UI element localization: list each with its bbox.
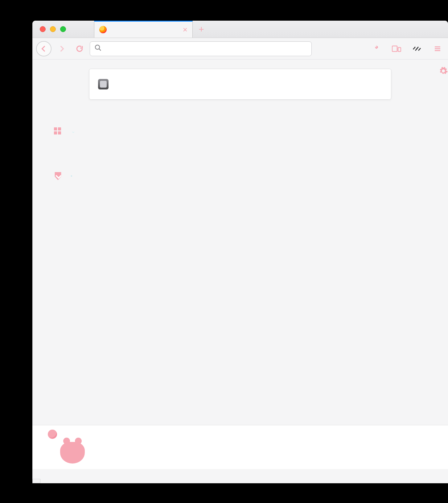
new-tab-button[interactable]: +: [193, 21, 210, 38]
zoom-window-button[interactable]: [60, 26, 66, 32]
responsive-design-icon[interactable]: [392, 45, 401, 52]
forward-button[interactable]: [54, 41, 69, 56]
firefox-icon: [99, 26, 107, 33]
firefox-icon: [48, 430, 57, 439]
app-menu-button[interactable]: [434, 45, 441, 52]
extension-icon[interactable]: [412, 45, 423, 52]
chevron-down-icon: ⌄: [71, 128, 76, 134]
titlebar: × +: [32, 21, 448, 38]
separator-dot: •: [71, 173, 72, 179]
tab-new-tab[interactable]: ×: [94, 21, 193, 38]
pocket-section: •: [32, 141, 448, 188]
close-window-button[interactable]: [40, 26, 46, 32]
close-tab-button[interactable]: ×: [183, 25, 187, 35]
pocket-header[interactable]: •: [54, 172, 426, 180]
nav-toolbar: [32, 38, 448, 60]
devtools-icon[interactable]: [373, 45, 381, 52]
browser-window: × +: [32, 21, 448, 483]
search-icon: [94, 44, 102, 53]
search-engine-icon: [98, 79, 109, 89]
svg-rect-2: [398, 47, 401, 52]
url-bar[interactable]: [90, 41, 312, 56]
messages-bar: [32, 425, 448, 469]
reload-button[interactable]: [72, 41, 87, 56]
customize-gear-icon[interactable]: [439, 66, 448, 77]
fox-illustration: [60, 442, 85, 464]
status-bar-link: [32, 479, 40, 483]
svg-point-0: [95, 45, 100, 49]
top-sites-header[interactable]: ⌄: [54, 127, 426, 134]
top-sites-section: ⌄: [32, 100, 448, 141]
url-input[interactable]: [105, 44, 307, 53]
window-controls: [32, 21, 94, 38]
back-button[interactable]: [36, 41, 51, 56]
svg-rect-1: [392, 46, 397, 52]
pocket-icon: [54, 172, 62, 180]
minimize-window-button[interactable]: [50, 26, 56, 32]
messages-header: [48, 430, 436, 439]
main-search-box[interactable]: [89, 69, 391, 100]
grid-icon: [54, 127, 61, 134]
toolbar-right: [373, 45, 444, 52]
newtab-content: ⌄ •: [32, 60, 448, 483]
